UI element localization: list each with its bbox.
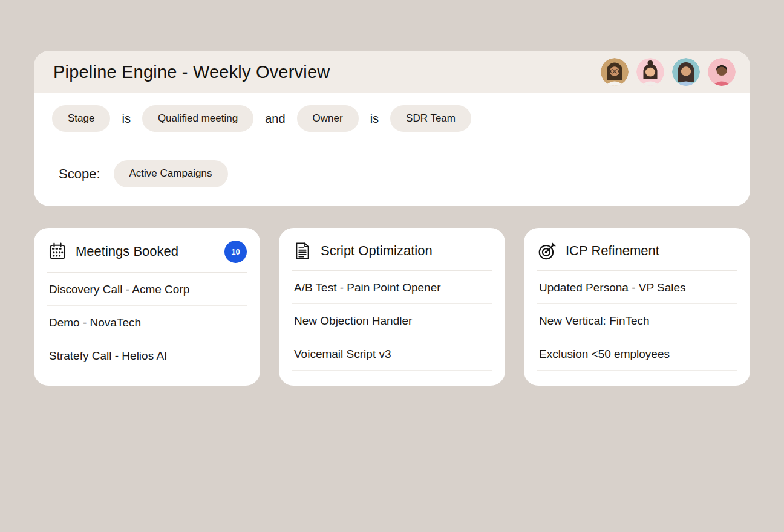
list-item[interactable]: Voicemail Script v3 xyxy=(292,337,492,371)
scope-value-pill[interactable]: Active Campaigns xyxy=(114,160,228,187)
page-title: Pipeline Engine - Weekly Overview xyxy=(53,62,330,82)
person-icon xyxy=(636,58,664,86)
calendar-icon xyxy=(47,241,68,262)
card-script-optimization: Script Optimization A/B Test - Pain Poin… xyxy=(279,228,505,386)
card-header: ICP Refinement xyxy=(537,241,737,261)
list-item[interactable]: Demo - NovaTech xyxy=(47,306,247,339)
document-icon xyxy=(292,241,313,261)
card-title: Script Optimization xyxy=(321,243,433,259)
person-icon xyxy=(601,58,629,86)
list-item[interactable]: Discovery Call - Acme Corp xyxy=(47,273,247,306)
filter-conjunction-text: and xyxy=(265,112,285,126)
card-list: Updated Persona - VP Sales New Vertical:… xyxy=(537,271,737,371)
person-icon xyxy=(708,58,736,86)
filter-field-pill[interactable]: Owner xyxy=(297,105,359,132)
avatar[interactable] xyxy=(636,58,664,86)
count-badge: 10 xyxy=(224,241,247,263)
avatar[interactable] xyxy=(672,58,700,86)
scope-label: Scope: xyxy=(59,166,100,182)
list-item[interactable]: New Vertical: FinTech xyxy=(537,304,737,337)
header-strip: Pipeline Engine - Weekly Overview xyxy=(34,51,750,93)
target-icon xyxy=(537,241,558,261)
person-icon xyxy=(672,58,700,86)
card-header: Script Optimization xyxy=(292,241,492,261)
filter-value-pill[interactable]: SDR Team xyxy=(390,105,471,132)
filter-row: Stage is Qualified meeting and Owner is … xyxy=(34,93,750,132)
list-item[interactable]: Exclusion <50 employees xyxy=(537,337,737,371)
filter-operator-text: is xyxy=(370,112,379,126)
avatar[interactable] xyxy=(601,58,629,86)
list-item[interactable]: Updated Persona - VP Sales xyxy=(537,271,737,304)
filter-field-pill[interactable]: Stage xyxy=(52,105,110,132)
list-item[interactable]: A/B Test - Pain Point Opener xyxy=(292,271,492,304)
card-icp-refinement: ICP Refinement Updated Persona - VP Sale… xyxy=(524,228,750,386)
filter-value-pill[interactable]: Qualified meeting xyxy=(142,105,253,132)
list-item[interactable]: Stratefy Call - Helios AI xyxy=(47,339,247,372)
card-list: Discovery Call - Acme Corp Demo - NovaTe… xyxy=(47,273,247,372)
avatar-group xyxy=(601,58,736,86)
card-title: Meetings Booked xyxy=(76,244,178,259)
card-title: ICP Refinement xyxy=(566,243,659,259)
cards-row: Meetings Booked 10 Discovery Call - Acme… xyxy=(34,228,750,386)
filter-operator-text: is xyxy=(122,112,130,126)
header-card: Pipeline Engine - Weekly Overview xyxy=(34,51,750,206)
list-item[interactable]: New Objection Handler xyxy=(292,304,492,337)
avatar[interactable] xyxy=(708,58,736,86)
scope-row: Scope: Active Campaigns xyxy=(34,146,750,206)
card-meetings-booked: Meetings Booked 10 Discovery Call - Acme… xyxy=(34,228,260,386)
card-header: Meetings Booked 10 xyxy=(47,241,247,263)
card-list: A/B Test - Pain Point Opener New Objecti… xyxy=(292,271,492,371)
